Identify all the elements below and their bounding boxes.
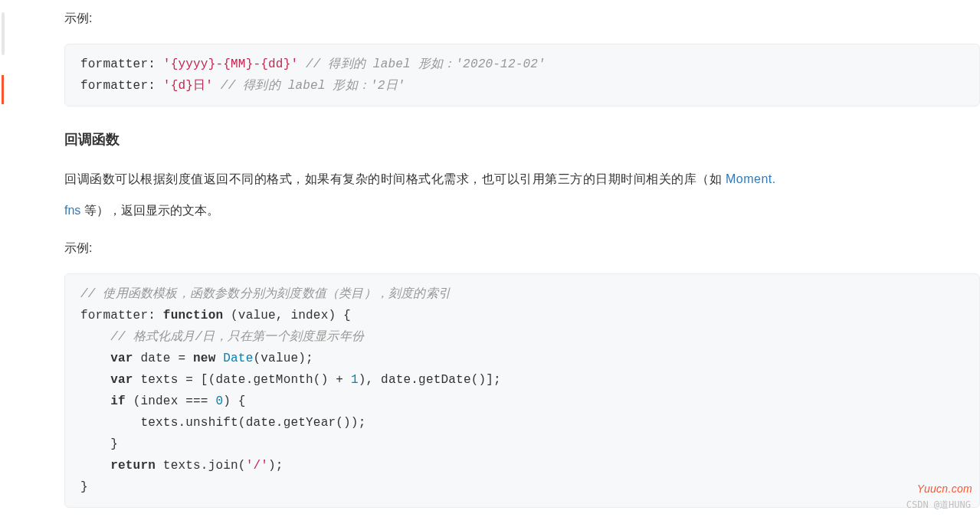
code-text: } xyxy=(80,480,88,494)
fns-link[interactable]: fns xyxy=(64,204,80,217)
section-paragraph: 回调函数可以根据刻度值返回不同的格式，如果有复杂的时间格式化需求，也可以引用第三… xyxy=(64,169,980,189)
code-text: texts = [(date.getMonth() + xyxy=(133,373,351,387)
code-comment: // 得到的 label 形如：'2020-12-02' xyxy=(298,57,546,71)
code-class: Date xyxy=(223,352,253,365)
code-text: texts.join( xyxy=(156,459,246,473)
code-keyword: if xyxy=(110,394,126,408)
code-block-2: // 使用函数模板，函数参数分别为刻度数值（类目），刻度的索引 formatte… xyxy=(64,273,980,508)
code-block-1: formatter: '{yyyy}-{MM}-{dd}' // 得到的 lab… xyxy=(64,44,980,106)
code-text: ), date.getDate()]; xyxy=(359,373,501,387)
code-text: (value); xyxy=(253,352,313,365)
code-text: formatter: xyxy=(80,79,163,93)
code-text: (value, index) { xyxy=(223,309,351,322)
section-heading: 回调函数 xyxy=(64,128,980,152)
code-text: ); xyxy=(268,459,284,473)
code-text: (index === xyxy=(126,394,216,408)
code-keyword: var xyxy=(110,352,133,365)
code-comment: // 使用函数模板，函数参数分别为刻度数值（类目），刻度的索引 xyxy=(80,287,451,301)
code-text: } xyxy=(80,437,118,451)
left-rail xyxy=(0,0,3,517)
code-keyword: function xyxy=(163,309,223,322)
code-text: formatter: xyxy=(80,309,163,322)
code-number: 0 xyxy=(215,394,223,408)
rail-grey xyxy=(2,12,5,55)
example-label-2: 示例: xyxy=(64,237,980,258)
code-comment: // 格式化成月/日，只在第一个刻度显示年份 xyxy=(80,330,364,344)
code-text xyxy=(80,459,110,473)
code-comment: // 得到的 label 形如：'2日' xyxy=(213,79,405,93)
watermark-author: CSDN @道HUNG xyxy=(906,497,971,512)
code-keyword: return xyxy=(110,459,156,473)
article-body: 示例: formatter: '{yyyy}-{MM}-{dd}' // 得到的… xyxy=(0,0,980,508)
moment-link[interactable]: Moment. xyxy=(726,172,776,185)
code-text xyxy=(80,394,110,408)
code-text xyxy=(80,352,110,365)
code-string: '{d}日' xyxy=(163,79,213,93)
code-text xyxy=(80,373,110,387)
code-keyword: var xyxy=(110,373,133,387)
code-text: texts.unshift(date.getYear()); xyxy=(80,416,365,430)
code-text: date = xyxy=(133,352,193,365)
section-paragraph-2: fns 等），返回显示的文本。 xyxy=(64,200,980,221)
code-keyword: new xyxy=(193,352,215,365)
code-string: '{yyyy}-{MM}-{dd}' xyxy=(163,57,298,71)
paragraph-text: 回调函数可以根据刻度值返回不同的格式，如果有复杂的时间格式化需求，也可以引用第三… xyxy=(64,172,726,185)
paragraph-text: 等），返回显示的文本。 xyxy=(80,204,218,217)
code-number: 1 xyxy=(351,373,359,387)
watermark-site: Yuucn.com xyxy=(917,480,972,499)
code-text xyxy=(215,352,223,365)
code-text: formatter: xyxy=(80,57,163,71)
example-label-1: 示例: xyxy=(64,8,980,28)
code-string: '/' xyxy=(246,459,268,473)
code-text: ) { xyxy=(223,394,245,408)
rail-red xyxy=(2,75,4,104)
